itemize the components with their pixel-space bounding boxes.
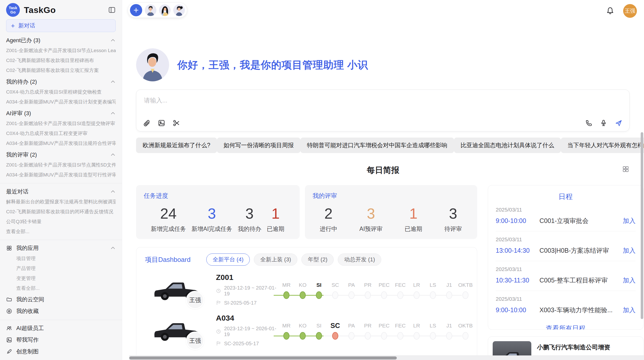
dashboard-tab[interactable]: 动总开发 (1) (338, 253, 381, 266)
sidebar-item[interactable]: A034-全新新能源MUV产品开发项目计划变更表编写 (6, 99, 116, 105)
suggestion-chip[interactable]: 欧洲新规最近颁布了什么? (136, 138, 217, 153)
event-date: 2025/03/11 (496, 236, 636, 243)
section-header-ai-review[interactable]: AI评审 (3) (6, 110, 116, 117)
milestone-dot[interactable] (316, 291, 322, 299)
sidebar-item[interactable]: A034-全新新能源MUV产品开发项目法规符合性评审 (6, 140, 116, 146)
sidebar-item-cloud-space[interactable]: 我的云空间 (6, 296, 116, 303)
user-avatar[interactable]: 王强 (623, 4, 637, 18)
milestone-dot[interactable] (430, 332, 436, 340)
recent-chat-item[interactable]: C02-飞腾新能源轻客改款项目的闭环通告反馈情况 (6, 209, 116, 215)
notification-bell-icon[interactable] (606, 7, 614, 15)
phone-icon[interactable] (585, 119, 593, 127)
image-icon[interactable] (158, 119, 165, 127)
sidebar-collapse-icon[interactable] (108, 6, 116, 14)
suggestion-chip[interactable]: 比亚迪全固态电池计划具体说了什么 (454, 138, 561, 153)
recent-view-all[interactable]: 查看全部... (6, 229, 116, 235)
section-header-agent-done[interactable]: Agent已办 (3) (6, 37, 116, 44)
app-sub-item[interactable]: 查看全部... (16, 285, 116, 291)
suggestion-chip[interactable]: 特朗普可能对进口汽车增税会对中国车企造成哪些影响 (300, 138, 454, 153)
stat-value: 3 (238, 205, 261, 222)
sidebar-item[interactable]: C0X4-动力总成开发项目SI里程碑提交物检查 (6, 89, 116, 95)
sidebar-item-my-apps[interactable]: 我的应用 (6, 245, 116, 252)
sidebar-item-help-me-write[interactable]: 帮我写作 (6, 336, 116, 343)
join-link[interactable]: 加入 (623, 306, 636, 314)
scissors-icon[interactable] (172, 119, 180, 127)
milestone-dot[interactable] (316, 332, 322, 340)
join-link[interactable]: 加入 (623, 246, 636, 255)
join-link[interactable]: 加入 (623, 217, 636, 225)
chevron-up-icon[interactable] (110, 189, 116, 194)
dashboard-tab[interactable]: 年型 (2) (301, 253, 334, 266)
milestone-dot[interactable] (300, 332, 306, 340)
milestone-dot[interactable] (414, 291, 420, 299)
milestone-dot[interactable] (397, 291, 403, 299)
sidebar-item-favorites[interactable]: 我的收藏 (6, 308, 116, 315)
agent-avatar-3[interactable] (173, 4, 185, 16)
chevron-up-icon[interactable] (110, 38, 116, 43)
app-sub-item[interactable]: 产品管理 (16, 265, 116, 272)
milestone-dot[interactable] (348, 291, 355, 299)
sidebar-item-creative-drawing[interactable]: 创意制图 (6, 348, 116, 355)
add-agent-button[interactable] (130, 4, 142, 16)
milestone-dot[interactable] (332, 291, 338, 299)
join-link[interactable]: 加入 (623, 276, 636, 284)
sidebar-item[interactable]: Z001-全新燃油轻卡产品开发项目SI节点属性5D文件评审 (6, 162, 116, 168)
milestone-dot[interactable] (414, 332, 420, 340)
divider (0, 183, 122, 183)
microphone-icon[interactable] (600, 119, 607, 127)
section-header-my-review[interactable]: 我的评审 (2) (6, 152, 116, 158)
agent-avatar-1[interactable] (145, 4, 156, 16)
suggestion-chip[interactable]: 如何写一份清晰的项目周报 (217, 138, 300, 153)
app-sub-item[interactable]: 项目管理 (16, 256, 116, 262)
recent-chat-item[interactable]: 解释最新出台的欧盟报废车法规再生塑料比例被调至15%... (6, 199, 116, 205)
milestone-dot[interactable] (430, 291, 436, 299)
milestone-dot[interactable] (283, 291, 289, 299)
view-all-schedule-link[interactable]: 查看所有日程 (496, 324, 636, 330)
stat: 1 已逾期 (267, 205, 284, 233)
milestone: PA (343, 322, 360, 340)
chat-input[interactable] (136, 90, 629, 104)
milestone-dot[interactable] (300, 291, 306, 299)
chevron-up-icon[interactable] (110, 79, 116, 85)
milestone-dot[interactable] (348, 332, 355, 340)
vertical-scrollbar-thumb[interactable] (641, 132, 643, 319)
sidebar-item-ai-super-staff[interactable]: AI超级员工 (6, 325, 116, 332)
chevron-up-icon[interactable] (110, 245, 116, 251)
sidebar-header: Task Go TaskGo (0, 3, 122, 17)
agent-avatar-2[interactable] (159, 4, 171, 16)
new-chat-button[interactable]: + 新对话 (6, 19, 116, 32)
milestone-dot[interactable] (332, 332, 338, 340)
sidebar-item[interactable]: A034-全新新能源MUV产品开发项目造型可行性评审 (6, 172, 116, 178)
section-header-my-todo[interactable]: 我的待办 (2) (6, 79, 116, 85)
milestone-dot[interactable] (397, 332, 403, 340)
paperclip-icon[interactable] (143, 119, 151, 127)
project-row[interactable]: 王强 Z001 2023-12-19 ~ 2027-01-19 SI-2025-… (141, 273, 472, 306)
sidebar-item[interactable]: Z001-全新燃油皮卡产品开发项目SI节点Lesson Learn报告 (6, 48, 116, 54)
milestone-dot[interactable] (462, 291, 469, 299)
dashboard-tab[interactable]: 全新上装 (3) (254, 253, 297, 266)
chevron-up-icon[interactable] (110, 152, 116, 158)
app-sub-item[interactable]: 变更管理 (16, 275, 116, 281)
project-row[interactable]: 王强 A034 2023-12-19 ~ 2026-01-19 SC-2025-… (141, 313, 472, 347)
milestone-dot[interactable] (446, 332, 452, 340)
sidebar-item[interactable]: C02-飞腾新能源轻客改款项目立项汇报方案 (6, 67, 116, 73)
horizontal-scrollbar-thumb[interactable] (129, 356, 397, 359)
section-header-recent-chats[interactable]: 最近对话 (6, 188, 116, 195)
chevron-up-icon[interactable] (110, 111, 116, 116)
layout-grid-icon[interactable] (622, 165, 630, 173)
dashboard-tab[interactable]: 全新平台 (4) (206, 253, 250, 266)
sidebar-item[interactable]: C02-飞腾新能源轻客改款项目里程碑画布 (6, 57, 116, 64)
milestone-dot[interactable] (365, 332, 371, 340)
milestone-dot[interactable] (365, 291, 371, 299)
send-icon[interactable] (614, 119, 623, 127)
milestone-dot[interactable] (381, 332, 387, 340)
milestone-dot[interactable] (462, 332, 469, 340)
milestone-dot[interactable] (381, 291, 387, 299)
suggestion-chip[interactable]: 当下年轻人对汽车外观有怎样的喜好趋势 (561, 138, 644, 153)
sidebar-item[interactable]: C0X4-动力总成开发项目工程变更评审 (6, 130, 116, 137)
recent-chat-item[interactable]: 公司Q3轻卡销量 (6, 219, 116, 225)
horizontal-scrollbar[interactable] (129, 355, 644, 360)
sidebar-item[interactable]: Z001-全新燃油轻卡产品开发项目SI造型提交物评审 (6, 121, 116, 127)
milestone-dot[interactable] (446, 291, 452, 299)
milestone-dot[interactable] (283, 332, 289, 340)
